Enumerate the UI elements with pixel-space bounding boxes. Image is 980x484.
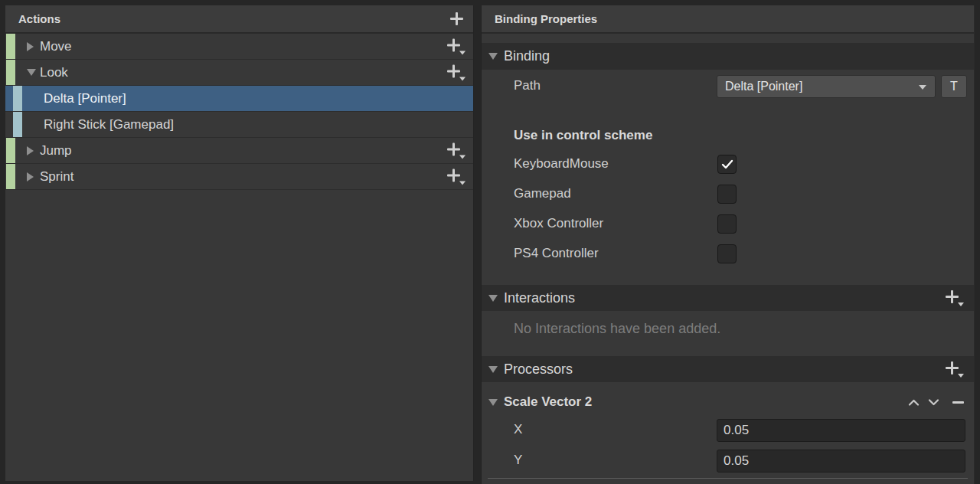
action-label: Look [40, 65, 68, 80]
scheme-label: Gamepad [514, 186, 571, 201]
foldout-expanded-icon[interactable] [488, 295, 498, 302]
action-row-move[interactable]: Move [5, 34, 473, 60]
text-path-toggle-button[interactable]: T [941, 75, 967, 98]
y-value-input[interactable]: 0.05 [717, 450, 965, 473]
move-up-icon[interactable] [908, 399, 920, 406]
add-processor-icon[interactable] [946, 361, 964, 378]
x-value-input[interactable]: 0.05 [717, 419, 965, 442]
binding-color-bar [13, 112, 22, 137]
actions-panel: Actions Move Look Delta [Pointer] Right … [5, 5, 474, 481]
chevron-down-icon [919, 85, 926, 90]
processors-section-header[interactable]: Processors [482, 356, 974, 382]
add-binding-icon[interactable] [447, 64, 466, 80]
path-dropdown-value: Delta [Pointer] [725, 80, 802, 93]
actions-panel-header: Actions [5, 5, 473, 34]
scale-x-row: X 0.05 [482, 419, 974, 442]
add-action-icon[interactable] [450, 12, 463, 25]
scheme-row-keyboardmouse: KeyboardMouse [514, 153, 965, 175]
add-interaction-icon[interactable] [946, 290, 964, 306]
binding-section-title: Binding [504, 48, 550, 64]
scheme-row-ps4-controller: PS4 Controller [514, 243, 965, 264]
foldout-expanded-icon[interactable] [488, 366, 498, 373]
foldout-collapsed-icon[interactable] [27, 172, 34, 182]
action-label: Jump [40, 143, 72, 159]
scale-vector2-header[interactable]: Scale Vector 2 [482, 388, 974, 416]
ps4-controller-checkbox[interactable] [717, 244, 737, 263]
interactions-section-title: Interactions [504, 290, 575, 306]
binding-row-right-stick[interactable]: Right Stick [Gamepad] [5, 112, 473, 138]
xbox-controller-checkbox[interactable] [717, 214, 737, 234]
action-color-bar [6, 60, 15, 85]
binding-label: Delta [Pointer] [44, 91, 126, 106]
path-row: Path Delta [Pointer] T [482, 75, 974, 98]
binding-label: Right Stick [Gamepad] [44, 117, 174, 132]
action-color-bar [6, 138, 15, 163]
path-label: Path [514, 78, 541, 93]
foldout-collapsed-icon[interactable] [27, 42, 34, 51]
x-value: 0.05 [724, 423, 749, 438]
scale-vector2-title: Scale Vector 2 [504, 394, 592, 410]
remove-processor-icon[interactable] [952, 401, 964, 404]
interactions-empty-message: No Interactions have been added. [514, 321, 720, 337]
move-down-icon[interactable] [928, 399, 939, 406]
gamepad-checkbox[interactable] [717, 185, 737, 204]
y-value: 0.05 [724, 453, 749, 469]
action-color-bar [6, 164, 15, 189]
foldout-collapsed-icon[interactable] [27, 146, 34, 155]
scheme-label: PS4 Controller [514, 246, 599, 261]
actions-panel-title: Actions [18, 12, 60, 25]
add-binding-icon[interactable] [447, 38, 466, 54]
binding-row-delta-pointer[interactable]: Delta [Pointer] [5, 86, 473, 112]
keyboardmouse-checkbox[interactable] [717, 155, 737, 174]
add-binding-icon[interactable] [447, 142, 466, 159]
binding-properties-title: Binding Properties [495, 12, 597, 25]
checkmark-icon [721, 159, 733, 169]
scheme-row-gamepad: Gamepad [514, 183, 965, 204]
scheme-row-xbox-controller: Xbox Controller [514, 213, 965, 234]
text-path-toggle-label: T [950, 80, 958, 93]
add-binding-icon[interactable] [447, 168, 466, 185]
processors-section-title: Processors [504, 361, 573, 378]
interactions-section-header[interactable]: Interactions [482, 285, 974, 311]
action-label: Sprint [40, 169, 74, 185]
binding-properties-header: Binding Properties [482, 5, 974, 34]
path-dropdown[interactable]: Delta [Pointer] [717, 75, 936, 98]
action-color-bar [6, 34, 15, 59]
action-label: Move [40, 39, 72, 54]
section-divider [488, 478, 968, 479]
binding-properties-panel: Binding Properties Binding Path Delta [P… [481, 5, 975, 484]
foldout-expanded-icon[interactable] [27, 69, 36, 76]
foldout-expanded-icon[interactable] [488, 53, 498, 60]
action-row-look[interactable]: Look [5, 60, 473, 86]
foldout-expanded-icon[interactable] [488, 399, 498, 406]
action-row-sprint[interactable]: Sprint [5, 164, 473, 190]
scheme-label: KeyboardMouse [514, 156, 609, 172]
binding-section-header[interactable]: Binding [482, 43, 974, 70]
binding-color-bar [13, 86, 22, 111]
y-label: Y [514, 453, 522, 468]
scheme-label: Xbox Controller [514, 216, 603, 231]
control-scheme-heading: Use in control scheme [514, 128, 652, 143]
action-row-jump[interactable]: Jump [5, 138, 473, 164]
x-label: X [514, 422, 522, 437]
scale-y-row: Y 0.05 [482, 450, 974, 473]
processor-controls [908, 399, 964, 406]
